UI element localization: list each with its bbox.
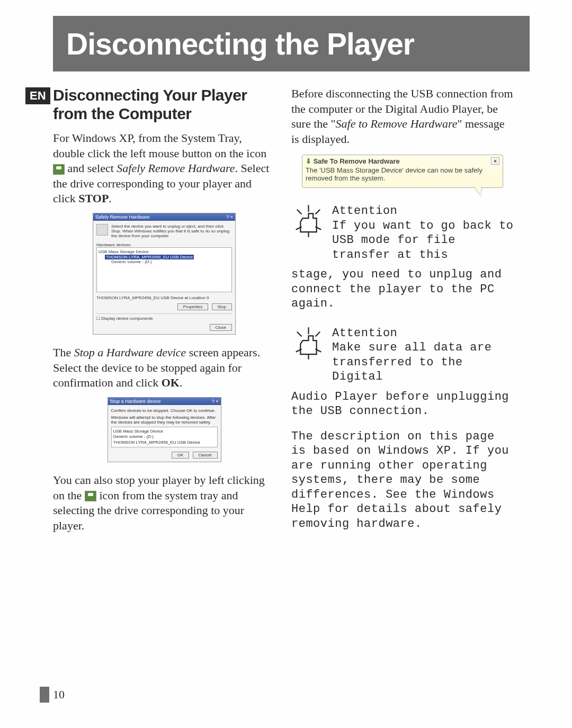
section-title: Disconnecting Your Player from the Compu… (53, 86, 275, 123)
text: and select (65, 161, 117, 175)
svg-line-8 (316, 332, 320, 337)
dialog-title: Stop a Hardware device (110, 399, 161, 404)
ok-button[interactable]: OK (172, 452, 190, 459)
display-components-checkbox[interactable]: ☐ Display device components (96, 316, 232, 321)
attention-label: Attention (332, 326, 514, 341)
system-tray-icon (53, 164, 65, 175)
device-item[interactable]: Generic volume - (D:) (113, 434, 216, 439)
italic-text: Safe to Remove Hardware (336, 117, 458, 130)
left-para-1: For Windows XP, from the System Tray, do… (53, 131, 275, 206)
safely-remove-dialog: Safely Remove Hardware ? × Select the de… (93, 213, 236, 335)
balloon-title: ⬇ Safe To Remove Hardware (306, 157, 400, 165)
properties-button[interactable]: Properties (177, 303, 208, 310)
attention-1-rest: stage, you need to unplug and connect th… (291, 267, 514, 311)
close-icon[interactable]: × (491, 157, 499, 165)
device-item-selected[interactable]: THOMSON LYRA_MPR2458_EU USB Device (105, 255, 194, 260)
attention-block-2: Attention Make sure all data are transfe… (291, 326, 514, 384)
attention-block-1: Attention If you want to go back to USB … (291, 204, 514, 262)
balloon-titlebar: ⬇ Safe To Remove Hardware × (306, 157, 499, 165)
attention-line: If you want to go back to USB mode for f… (332, 219, 514, 263)
stop-hardware-dialog: Stop a Hardware device ? × Confirm devic… (108, 397, 221, 462)
dialog-desc-2: Windows will attempt to stop the followi… (111, 415, 218, 425)
button-row: Properties Stop (96, 303, 232, 310)
system-tray-icon (85, 491, 96, 501)
dialog-icon (96, 224, 108, 236)
balloon-content: ⬇ Safe To Remove Hardware × The 'USB Mas… (302, 155, 503, 188)
text: . (109, 192, 112, 205)
page-number: 10 (53, 688, 65, 702)
svg-line-1 (297, 210, 302, 214)
left-column: Disconnecting Your Player from the Compu… (53, 86, 275, 546)
attention-line: Make sure all data are transferred to th… (332, 340, 514, 384)
italic-text: Safely Remove Hardware (117, 161, 235, 175)
title-bar: Disconnecting the Player (53, 16, 530, 71)
attention-text: Attention Make sure all data are transfe… (332, 326, 514, 384)
text: The (53, 346, 74, 359)
device-tree[interactable]: USB Mass Storage Device THOMSON LYRA_MPR… (96, 247, 232, 292)
dialog-description-row: Select the device you want to unplug or … (96, 224, 232, 238)
dialog-body: Confirm devices to be stopped. Choose OK… (108, 405, 221, 462)
left-para-3: You can also stop your player by left cl… (53, 473, 275, 533)
bold-text: STOP (78, 192, 109, 205)
device-item[interactable]: USB Mass Storage Device (113, 429, 216, 434)
page-number-decoration (40, 687, 49, 703)
bold-text: OK (162, 376, 180, 389)
pointing-hand-icon (291, 204, 326, 238)
attention-label: Attention (332, 204, 514, 219)
button-row: OK Cancel (111, 452, 218, 459)
attention-2-rest: Audio Player before unplugging the USB c… (291, 390, 514, 419)
window-controls[interactable]: ? × (226, 214, 233, 220)
dialog-titlebar: Stop a Hardware device ? × (108, 398, 221, 405)
balloon-body: The 'USB Mass Storage Device' device can… (306, 166, 499, 182)
left-para-2: The Stop a Hardware device screen appear… (53, 345, 275, 391)
close-button[interactable]: Close (210, 324, 232, 331)
dialog-body: Select the device you want to unplug or … (93, 221, 235, 334)
balloon-pointer (473, 187, 482, 196)
dialog-desc-1: Confirm devices to be stopped. Choose OK… (111, 408, 218, 413)
cancel-button[interactable]: Cancel (193, 452, 218, 459)
language-badge: EN (25, 87, 50, 104)
stop-button[interactable]: Stop (212, 303, 232, 310)
hw-label: Hardware devices: (96, 242, 232, 247)
dialog-title: Safely Remove Hardware (95, 214, 150, 220)
right-para-final: The description on this page is based on… (291, 429, 514, 532)
window-controls[interactable]: ? × (212, 399, 219, 404)
notification-balloon: ⬇ Safe To Remove Hardware × The 'USB Mas… (302, 155, 503, 188)
right-column: Before disconnecting the USB connection … (291, 86, 514, 546)
svg-line-2 (316, 210, 320, 214)
checkbox-label: Display device components (101, 316, 153, 321)
device-item[interactable]: USB Mass Storage Device (99, 249, 230, 255)
pointing-hand-icon (291, 326, 326, 361)
device-item[interactable]: Generic volume - (D:) (99, 259, 230, 265)
dialog-titlebar: Safely Remove Hardware ? × (93, 213, 235, 221)
text: . (180, 376, 183, 389)
balloon-title-text: Safe To Remove Hardware (314, 157, 400, 165)
dialog-footer: ☐ Display device components Close (96, 313, 232, 331)
italic-text: Stop a Hardware device (74, 346, 186, 359)
right-para-1: Before disconnecting the USB connection … (291, 86, 514, 147)
device-item[interactable]: THOMSON LYRA_MPR2458_EU USB Device (113, 440, 216, 445)
attention-text: Attention If you want to go back to USB … (332, 204, 514, 262)
text: For Windows XP, from the System Tray, do… (53, 131, 266, 160)
dialog-description: Select the device you want to unplug or … (111, 224, 232, 238)
device-list[interactable]: USB Mass Storage Device Generic volume -… (111, 427, 218, 447)
page-title: Disconnecting the Player (66, 26, 414, 61)
content-columns: Disconnecting Your Player from the Compu… (40, 86, 524, 546)
svg-line-7 (297, 332, 302, 337)
device-location: THOMSON LYRA_MPR2458_EU USB Device at Lo… (96, 295, 232, 300)
